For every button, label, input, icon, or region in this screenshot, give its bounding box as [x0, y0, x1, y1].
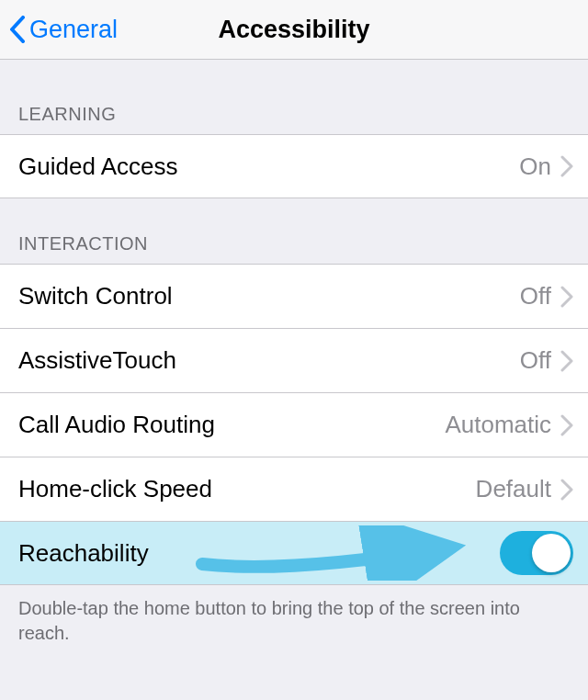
cell-switch-control[interactable]: Switch Control Off	[0, 264, 588, 328]
section-header-learning: LEARNING	[0, 60, 588, 134]
cell-label: AssistiveTouch	[18, 346, 176, 375]
cell-assistivetouch[interactable]: AssistiveTouch Off	[0, 328, 588, 392]
toggle-knob	[532, 534, 571, 572]
cell-label: Guided Access	[18, 152, 177, 181]
footer-text: Double-tap the home button to bring the …	[0, 585, 588, 646]
navbar: General Accessibility	[0, 0, 588, 60]
cell-call-audio-routing[interactable]: Call Audio Routing Automatic	[0, 392, 588, 457]
cell-value: On	[519, 152, 551, 181]
cell-label: Reachability	[18, 539, 149, 568]
back-button[interactable]: General	[0, 16, 118, 44]
group-interaction: Switch Control Off AssistiveTouch Off Ca…	[0, 264, 588, 585]
reachability-toggle[interactable]	[500, 531, 573, 575]
cell-home-click-speed[interactable]: Home-click Speed Default	[0, 457, 588, 521]
cell-right: Default	[476, 475, 573, 503]
annotation-arrow-icon	[193, 525, 469, 581]
chevron-right-icon	[560, 350, 573, 372]
cell-value: Automatic	[445, 411, 551, 439]
chevron-right-icon	[560, 414, 573, 436]
cell-right: Off	[520, 346, 573, 375]
back-chevron-icon	[9, 16, 26, 43]
cell-right	[500, 531, 573, 575]
cell-right: Off	[520, 282, 573, 310]
cell-label: Switch Control	[18, 282, 173, 310]
cell-reachability: Reachability	[0, 521, 588, 585]
chevron-right-icon	[560, 479, 573, 501]
group-learning: Guided Access On	[0, 134, 588, 198]
cell-value: Off	[520, 282, 551, 310]
cell-value: Default	[476, 475, 551, 503]
section-header-interaction: INTERACTION	[0, 198, 588, 264]
cell-label: Home-click Speed	[18, 475, 212, 503]
cell-right: On	[519, 152, 573, 181]
cell-right: Automatic	[445, 411, 573, 439]
back-label: General	[29, 16, 118, 44]
chevron-right-icon	[560, 155, 573, 177]
cell-value: Off	[520, 346, 551, 375]
cell-label: Call Audio Routing	[18, 411, 215, 439]
chevron-right-icon	[560, 286, 573, 308]
cell-guided-access[interactable]: Guided Access On	[0, 134, 588, 198]
